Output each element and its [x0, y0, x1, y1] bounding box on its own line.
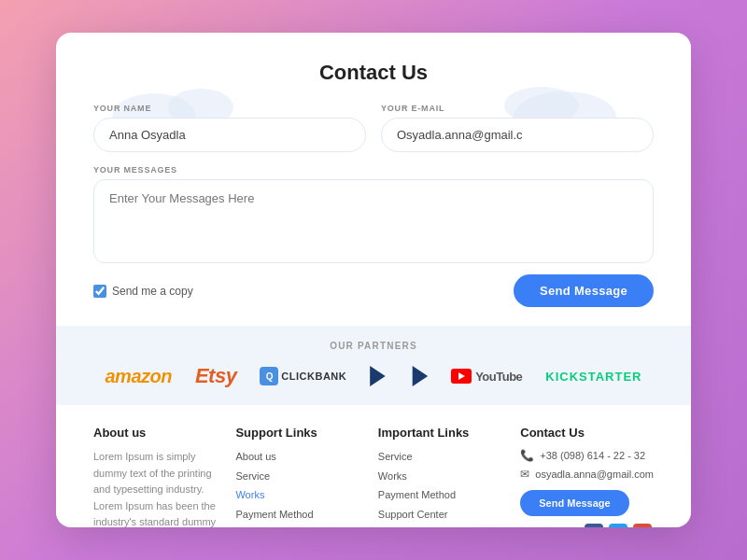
email-input[interactable]	[381, 118, 654, 152]
footer-support-title: Support Links	[235, 426, 359, 440]
email-icon: ✉	[520, 468, 529, 481]
youtube-logo: YouTube	[451, 369, 522, 384]
mg-shape2	[400, 366, 428, 386]
footer-contact-title: Contact Us	[520, 426, 654, 440]
main-card: Contact Us YOUR NAME YOUR E-MAIL YOUR ME…	[56, 33, 691, 527]
footer-imp-faq[interactable]: Frequently Asked Question	[378, 525, 501, 527]
kickstarter-text: KICKSTARTER	[545, 370, 641, 384]
footer-about-title: About us	[93, 426, 217, 440]
send-message-button[interactable]: Send Message	[514, 274, 654, 307]
youtube-play	[458, 372, 465, 380]
partners-section: OUR PARTNERS amazon Etsy Q CLICKBANK You	[56, 326, 691, 405]
email-group: YOUR E-MAIL	[381, 104, 654, 152]
message-input[interactable]	[93, 179, 654, 263]
footer-about-col: About us Lorem Ipsum is simply dummy tex…	[93, 426, 217, 527]
kickstarter-logo: KICKSTARTER	[545, 370, 641, 384]
partners-logos: amazon Etsy Q CLICKBANK YouTube KICKST	[93, 364, 654, 388]
message-label: YOUR MESSAGES	[93, 165, 654, 175]
footer-contact-col: Contact Us 📞 +38 (098) 614 - 22 - 32 ✉ o…	[520, 426, 654, 527]
etsy-logo: Etsy	[195, 364, 236, 388]
mg-shape1	[370, 366, 398, 386]
footer-email-item: ✉ osyadla.anna@gmail.com	[520, 468, 654, 481]
footer-section: About us Lorem Ipsum is simply dummy tex…	[56, 405, 691, 527]
footer-link-works[interactable]: Works	[235, 487, 359, 503]
twitter-icon[interactable]: t	[609, 524, 627, 527]
youtube-text: YouTube	[475, 370, 522, 384]
send-copy-text: Send me a copy	[112, 285, 193, 298]
phone-icon: 📞	[520, 449, 534, 462]
clickbank-logo: Q CLICKBANK	[260, 367, 346, 385]
footer-imp-service[interactable]: Service	[378, 449, 501, 465]
form-actions: Send me a copy Send Message	[93, 274, 654, 307]
googleplus-icon[interactable]: G+	[633, 524, 652, 527]
footer-send-button[interactable]: Send Message	[520, 490, 628, 516]
footer-imp-payment[interactable]: Payment Method	[378, 487, 501, 503]
send-copy-checkbox[interactable]	[93, 285, 106, 298]
footer-phone-item: 📞 +38 (098) 614 - 22 - 32	[520, 449, 654, 462]
name-label: YOUR NAME	[93, 104, 366, 113]
footer-link-about[interactable]: About us	[235, 449, 359, 465]
message-group: YOUR MESSAGES	[93, 165, 654, 263]
youtube-icon	[451, 369, 472, 384]
contact-section: Contact Us YOUR NAME YOUR E-MAIL YOUR ME…	[56, 33, 691, 326]
partners-title: OUR PARTNERS	[93, 341, 654, 351]
footer-important-col: Important Links Service Works Payment Me…	[378, 426, 501, 527]
footer-email: osyadla.anna@gmail.com	[535, 469, 654, 480]
name-input[interactable]	[93, 118, 366, 152]
footer-important-title: Important Links	[378, 426, 501, 440]
mediaget-logo	[370, 366, 428, 386]
footer-imp-support[interactable]: Support Center	[378, 507, 501, 523]
clickbank-text: CLICKBANK	[281, 371, 346, 382]
social-row: Get in touch: f t G+	[520, 524, 654, 527]
email-label: YOUR E-MAIL	[381, 104, 654, 113]
page-title: Contact Us	[93, 61, 654, 85]
send-copy-label[interactable]: Send me a copy	[93, 285, 193, 298]
footer-about-text: Lorem Ipsum is simply dummy text of the …	[93, 449, 217, 527]
footer-support-col: Support Links About us Service Works Pay…	[235, 426, 359, 527]
clickbank-icon: Q	[260, 367, 278, 385]
footer-link-service[interactable]: Service	[235, 469, 359, 484]
amazon-logo: amazon	[105, 366, 171, 387]
facebook-icon[interactable]: f	[585, 524, 603, 527]
name-group: YOUR NAME	[93, 104, 366, 152]
footer-imp-works[interactable]: Works	[378, 469, 501, 484]
name-email-row: YOUR NAME YOUR E-MAIL	[93, 104, 654, 152]
footer-phone: +38 (098) 614 - 22 - 32	[540, 450, 645, 461]
footer-link-payment[interactable]: Payment Method	[235, 507, 359, 523]
footer-link-support[interactable]: Support Center	[235, 525, 359, 527]
